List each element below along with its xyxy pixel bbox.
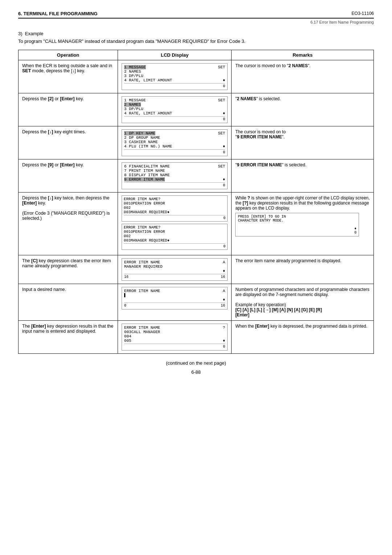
operation-cell: Input a desired name. <box>19 284 118 321</box>
remarks-cell: The cursor is moved on to "2 NAMES". <box>232 60 374 93</box>
table-row: When the ECR is being outside a sale and… <box>19 60 374 93</box>
lcd-cell: ERROR ITEM NAMEA ▌ ♦ 016 <box>118 284 232 321</box>
col-header-remarks: Remarks <box>232 50 374 60</box>
table-row: The [Enter] key depression results in th… <box>19 321 374 354</box>
lcd-cell: 1 MESSAGESET 2 NAMES 3 DP/PLU 4 RATE, LI… <box>118 93 232 126</box>
lcd-cell: ERROR ITEM NAME? 001OPERATION ERROR 002 … <box>118 193 232 255</box>
table-row: Depress the [2] or [Enter] key. 1 MESSAG… <box>19 93 374 126</box>
remarks-cell: When the [Enter] key is depressed, the p… <box>232 321 374 354</box>
lcd-display: 1 MESSAGESET 2 NAMES 3 DP/PLU 4 RATE, LI… <box>122 96 228 123</box>
remarks-cell: "9 ERROR ITEM NAME" is selected. <box>232 159 374 193</box>
remarks-cell: The cursor is moved on to"9 ERROR ITEM N… <box>232 126 374 159</box>
table-row: Depress the [9] or [Enter] key. 6 FINANC… <box>19 159 374 193</box>
lcd-display-top: ERROR ITEM NAME? 001OPERATION ERROR 002 … <box>122 195 228 222</box>
remarks-cell: "2 NAMES" is selected. <box>232 93 374 126</box>
remarks-cell: Numbers of programmed characters and of … <box>232 284 374 321</box>
page-number: 6-88 <box>18 369 374 375</box>
lcd-display-bottom: ERROR ITEM NAME? 001OPERATION ERROR 002 … <box>122 224 228 250</box>
lcd-cell: ERROR ITEM NAME? 003CALL MANAGER 004 005… <box>118 321 232 354</box>
section-subtitle: 6.17 Error Item Name Programming <box>18 20 374 24</box>
lcd-cell: 1 DP KEY NAMESET 2 DP GROUP NAME 3 CASHI… <box>118 126 232 159</box>
continued-note: (continued on the next page) <box>18 360 374 366</box>
lcd-display: 6 FINANCIALITM NAMESET 7 PRINT ITEM NAME… <box>122 162 228 189</box>
section-number: 3) Example <box>18 31 374 36</box>
table-row: Depress the [↓] key twice, then depress … <box>19 193 374 255</box>
lcd-display: ERROR ITEM NAMEA MANAGER REQUIRED ♦ 1616 <box>122 258 228 281</box>
operation-cell: The [C] key depression clears the error … <box>19 255 118 284</box>
col-header-operation: Operation <box>19 50 118 60</box>
lcd-cell: 1 MESSAGESET 2 NAMES 3 DP/PLU 4 RATE, LI… <box>118 60 232 93</box>
chapter-title: 6. TERMINAL FILE PROGRAMMING <box>18 11 98 16</box>
col-header-lcd: LCD Display <box>118 50 232 60</box>
operation-cell: Depress the [↓] key twice, then depress … <box>19 193 118 255</box>
remarks-cell: While ? is shown on the upper-right corn… <box>232 193 374 255</box>
table-row: Depress the [↓] key eight times. 1 DP KE… <box>19 126 374 159</box>
operation-cell: When the ECR is being outside a sale and… <box>19 60 118 93</box>
operation-cell: Depress the [2] or [Enter] key. <box>19 93 118 126</box>
remarks-cell: The error item name already programmed i… <box>232 255 374 284</box>
doc-number: EO3-11106 <box>352 11 374 16</box>
lcd-cell: 6 FINANCIALITM NAMESET 7 PRINT ITEM NAME… <box>118 159 232 193</box>
operation-cell: The [Enter] key depression results in th… <box>19 321 118 354</box>
programming-table: Operation LCD Display Remarks When the E… <box>18 50 374 354</box>
table-row: The [C] key depression clears the error … <box>19 255 374 284</box>
guidance-box: PRESS [ENTER] TO GO IN CHARACTER ENTRY M… <box>235 213 359 236</box>
lcd-display: ERROR ITEM NAME? 003CALL MANAGER 004 005… <box>122 324 228 351</box>
operation-cell: Depress the [↓] key eight times. <box>19 126 118 159</box>
lcd-display: ERROR ITEM NAMEA ▌ ♦ 016 <box>122 287 228 309</box>
section-description: To program "CALL MANAGER" instead of sta… <box>18 39 374 44</box>
table-row: Input a desired name. ERROR ITEM NAMEA ▌… <box>19 284 374 321</box>
lcd-cell: ERROR ITEM NAMEA MANAGER REQUIRED ♦ 1616 <box>118 255 232 284</box>
operation-cell: Depress the [9] or [Enter] key. <box>19 159 118 193</box>
lcd-display: 1 MESSAGESET 2 NAMES 3 DP/PLU 4 RATE, LI… <box>122 63 228 90</box>
page-header: 6. TERMINAL FILE PROGRAMMING EO3-11106 <box>18 11 374 19</box>
lcd-display: 1 DP KEY NAMESET 2 DP GROUP NAME 3 CASHI… <box>122 129 228 156</box>
